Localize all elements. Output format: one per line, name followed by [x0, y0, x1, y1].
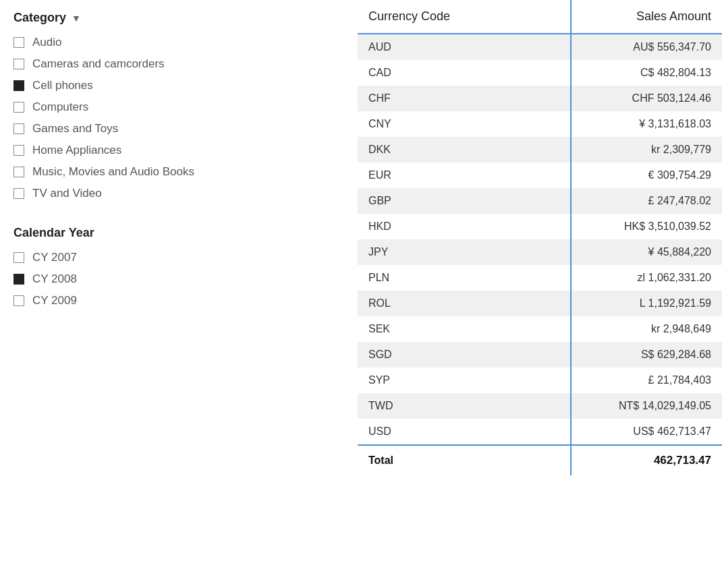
sales-amount-cell: ¥ 45,884,220	[571, 239, 722, 265]
checkbox-icon[interactable]	[13, 145, 24, 156]
filter-item-label: CY 2008	[32, 272, 77, 286]
filter-item-label: Computers	[32, 100, 88, 114]
table-header-row: Currency Code Sales Amount	[358, 0, 722, 34]
currency-code-cell: CAD	[358, 60, 571, 86]
table-row: DKKkr 2,309,779	[358, 137, 722, 163]
sales-amount-cell: S$ 629,284.68	[571, 342, 722, 368]
currency-code-cell: CNY	[358, 111, 571, 137]
category-filter-item[interactable]: Games and Toys	[13, 118, 344, 140]
checkbox-icon[interactable]	[13, 59, 24, 69]
table-row: SGDS$ 629,284.68	[358, 342, 722, 368]
filter-item-label: CY 2009	[32, 294, 77, 307]
calendar-year-title: Calendar Year	[13, 226, 94, 240]
table-row: SYP£ 21,784,403	[358, 368, 722, 393]
filter-item-label: Home Appliances	[32, 144, 121, 157]
table-row: CNY¥ 3,131,618.03	[358, 111, 722, 137]
table-row: SEKkr 2,948,649	[358, 316, 722, 342]
checkbox-icon[interactable]	[13, 295, 24, 306]
table-body: AUDAU$ 556,347.70CADC$ 482,804.13CHFCHF …	[358, 34, 722, 445]
category-filter-item[interactable]: Computers	[13, 96, 344, 118]
right-panel: Currency Code Sales Amount AUDAU$ 556,34…	[358, 0, 722, 588]
checkbox-icon[interactable]	[13, 123, 24, 134]
category-filter-item[interactable]: Cameras and camcorders	[13, 53, 344, 75]
currency-code-cell: HKD	[358, 214, 571, 239]
category-filter-item[interactable]: Audio	[13, 32, 344, 53]
filter-item-label: TV and Video	[32, 187, 102, 200]
currency-code-cell: SEK	[358, 316, 571, 342]
currency-code-cell: GBP	[358, 188, 571, 214]
sales-amount-cell: US$ 462,713.47	[571, 419, 722, 445]
calendar-year-filter-item[interactable]: CY 2009	[13, 290, 344, 312]
table-row: AUDAU$ 556,347.70	[358, 34, 722, 60]
table-row: CADC$ 482,804.13	[358, 60, 722, 86]
table-footer-row: Total 462,713.47	[358, 445, 722, 475]
sales-amount-cell: kr 2,948,649	[571, 316, 722, 342]
checkbox-icon[interactable]	[13, 80, 24, 91]
sales-amount-cell: zl 1,062,331.20	[571, 265, 722, 291]
checkbox-icon[interactable]	[13, 188, 24, 199]
footer-label: Total	[358, 445, 571, 475]
currency-code-cell: USD	[358, 419, 571, 445]
checkbox-icon[interactable]	[13, 252, 24, 263]
table-row: CHFCHF 503,124.46	[358, 86, 722, 111]
filter-item-label: Music, Movies and Audio Books	[32, 165, 194, 179]
sales-amount-cell: C$ 482,804.13	[571, 60, 722, 86]
sort-icon[interactable]: ▼	[72, 13, 81, 24]
table-row: EUR€ 309,754.29	[358, 163, 722, 188]
currency-code-cell: SYP	[358, 368, 571, 393]
filter-item-label: Cameras and camcorders	[32, 57, 165, 71]
sales-amount-cell: ¥ 3,131,618.03	[571, 111, 722, 137]
table-row: TWDNT$ 14,029,149.05	[358, 393, 722, 419]
filter-item-label: Cell phones	[32, 79, 93, 92]
category-filter-item[interactable]: TV and Video	[13, 183, 344, 204]
sales-amount-cell: L 1,192,921.59	[571, 291, 722, 316]
table-row: JPY¥ 45,884,220	[358, 239, 722, 265]
sales-amount-header: Sales Amount	[571, 0, 722, 34]
currency-code-cell: PLN	[358, 265, 571, 291]
checkbox-icon[interactable]	[13, 167, 24, 177]
left-panel: Category ▼ AudioCameras and camcordersCe…	[0, 0, 358, 588]
checkbox-icon[interactable]	[13, 102, 24, 113]
footer-amount: 462,713.47	[571, 445, 722, 475]
sales-amount-cell: AU$ 556,347.70	[571, 34, 722, 60]
category-filter-item[interactable]: Cell phones	[13, 75, 344, 96]
sales-amount-cell: CHF 503,124.46	[571, 86, 722, 111]
sales-amount-cell: £ 247,478.02	[571, 188, 722, 214]
currency-code-cell: ROL	[358, 291, 571, 316]
data-table: Currency Code Sales Amount AUDAU$ 556,34…	[358, 0, 722, 475]
currency-code-cell: AUD	[358, 34, 571, 60]
filter-item-label: Audio	[32, 36, 61, 49]
table-row: USDUS$ 462,713.47	[358, 419, 722, 445]
calendar-year-filter-item[interactable]: CY 2008	[13, 268, 344, 290]
currency-code-cell: TWD	[358, 393, 571, 419]
category-filter-list: AudioCameras and camcordersCell phonesCo…	[13, 32, 344, 204]
checkbox-icon[interactable]	[13, 37, 24, 48]
sales-amount-cell: € 309,754.29	[571, 163, 722, 188]
currency-code-header: Currency Code	[358, 0, 571, 34]
calendar-year-filter-item[interactable]: CY 2007	[13, 247, 344, 268]
currency-code-cell: SGD	[358, 342, 571, 368]
checkbox-icon[interactable]	[13, 274, 24, 285]
filter-item-label: Games and Toys	[32, 122, 118, 136]
table-row: ROLL 1,192,921.59	[358, 291, 722, 316]
sales-amount-cell: kr 2,309,779	[571, 137, 722, 163]
category-filter-item[interactable]: Home Appliances	[13, 140, 344, 161]
currency-code-cell: EUR	[358, 163, 571, 188]
table-row: GBP£ 247,478.02	[358, 188, 722, 214]
main-container: Category ▼ AudioCameras and camcordersCe…	[0, 0, 722, 588]
table-row: PLNzl 1,062,331.20	[358, 265, 722, 291]
filter-item-label: CY 2007	[32, 251, 77, 264]
calendar-year-section-header: Calendar Year	[13, 226, 344, 240]
category-title: Category	[13, 11, 66, 25]
calendar-year-filter-list: CY 2007CY 2008CY 2009	[13, 247, 344, 312]
sales-amount-cell: £ 21,784,403	[571, 368, 722, 393]
currency-code-cell: DKK	[358, 137, 571, 163]
currency-code-cell: JPY	[358, 239, 571, 265]
currency-code-cell: CHF	[358, 86, 571, 111]
table-row: HKDHK$ 3,510,039.52	[358, 214, 722, 239]
sales-amount-cell: HK$ 3,510,039.52	[571, 214, 722, 239]
category-filter-item[interactable]: Music, Movies and Audio Books	[13, 161, 344, 183]
sales-amount-cell: NT$ 14,029,149.05	[571, 393, 722, 419]
category-section-header: Category ▼	[13, 11, 344, 25]
